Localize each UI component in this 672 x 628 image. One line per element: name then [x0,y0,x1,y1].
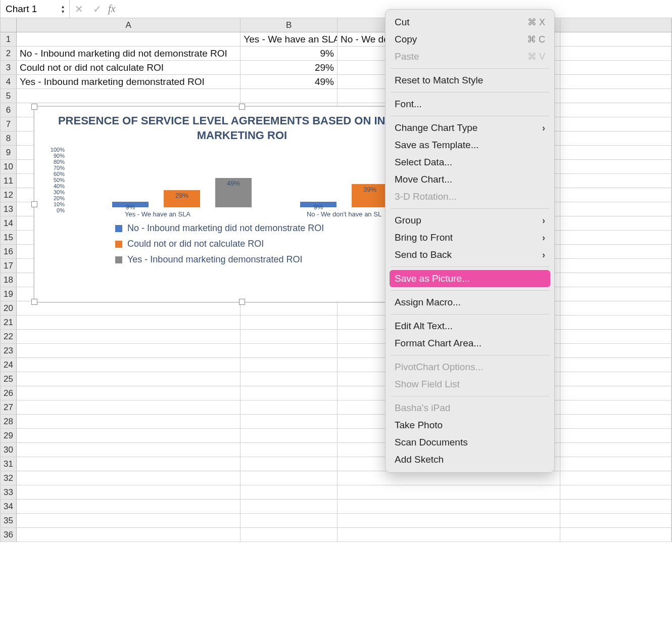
cell-D29[interactable] [560,429,671,442]
cell-D31[interactable] [560,457,671,471]
row-header[interactable]: 22 [1,330,17,343]
cell-C32[interactable] [338,471,560,485]
row-header[interactable]: 15 [1,231,17,244]
cell-D35[interactable] [560,514,671,527]
cell-D24[interactable] [560,358,671,372]
row-header[interactable]: 34 [1,500,17,513]
cell-B21[interactable] [241,316,338,329]
cell-A4[interactable]: Yes - Inbound marketing demonstrated ROI [17,75,241,88]
cell-C36[interactable] [338,528,560,542]
col-header-D[interactable] [560,18,671,32]
cell-A22[interactable] [17,330,241,343]
cell-B25[interactable] [241,372,338,386]
row-header[interactable]: 17 [1,259,17,273]
menu-item-take-photo[interactable]: Take Photo [386,417,554,434]
row-header[interactable]: 19 [1,287,17,301]
menu-item-cut[interactable]: Cut⌘ X [386,14,554,31]
row-header[interactable]: 32 [1,471,17,485]
resize-handle[interactable] [239,299,245,305]
cell-A24[interactable] [17,358,241,372]
menu-item-send-to-back[interactable]: Send to Back› [386,246,554,263]
cell-D34[interactable] [560,500,671,513]
row-header[interactable]: 9 [1,146,17,159]
cell-D25[interactable] [560,372,671,386]
row-header[interactable]: 5 [1,89,17,103]
row-header[interactable]: 12 [1,188,17,202]
chevron-up-icon[interactable]: ▴ [62,4,64,9]
row-header[interactable]: 26 [1,386,17,400]
cell-D27[interactable] [560,400,671,414]
menu-item-save-as-picture[interactable]: Save as Picture... [390,270,550,287]
menu-item-copy[interactable]: Copy⌘ C [386,31,554,48]
cell-B31[interactable] [241,457,338,471]
row-header[interactable]: 1 [1,32,17,46]
menu-item-group[interactable]: Group› [386,212,554,229]
row-header[interactable]: 3 [1,61,17,74]
chevron-down-icon[interactable]: ▾ [62,9,64,14]
row-header[interactable]: 13 [1,202,17,216]
row-header[interactable]: 8 [1,131,17,145]
cell-D28[interactable] [560,415,671,428]
cell-D9[interactable] [560,146,671,159]
cell-D19[interactable] [560,287,671,301]
row-header[interactable]: 2 [1,47,17,60]
cell-B2[interactable]: 9% [241,47,338,60]
resize-handle[interactable] [239,104,245,110]
cell-A23[interactable] [17,344,241,357]
cell-A34[interactable] [17,500,241,513]
row-header[interactable]: 20 [1,301,17,315]
cell-D26[interactable] [560,386,671,400]
cell-D21[interactable] [560,316,671,329]
col-header-B[interactable]: B [241,18,338,32]
row-header[interactable]: 11 [1,174,17,188]
cell-D32[interactable] [560,471,671,485]
cell-B30[interactable] [241,443,338,457]
cell-B1[interactable]: Yes - We have an SLA [241,32,338,46]
menu-item-add-sketch[interactable]: Add Sketch [386,451,554,468]
cell-B28[interactable] [241,415,338,428]
cell-A26[interactable] [17,386,241,400]
menu-item-reset-style[interactable]: Reset to Match Style [386,72,554,89]
cell-D22[interactable] [560,330,671,343]
cell-D23[interactable] [560,344,671,357]
cell-A28[interactable] [17,415,241,428]
cell-D30[interactable] [560,443,671,457]
menu-item-move-chart[interactable]: Move Chart... [386,171,554,188]
cell-D13[interactable] [560,202,671,216]
row-header[interactable]: 7 [1,117,17,131]
cell-A30[interactable] [17,443,241,457]
select-all-corner[interactable] [1,18,17,32]
row-header[interactable]: 35 [1,514,17,527]
cell-A21[interactable] [17,316,241,329]
row-header[interactable]: 14 [1,216,17,230]
row-header[interactable]: 30 [1,443,17,457]
cell-D11[interactable] [560,174,671,188]
row-header[interactable]: 25 [1,372,17,386]
row-header[interactable]: 23 [1,344,17,357]
cell-C35[interactable] [338,514,560,527]
cell-D12[interactable] [560,188,671,202]
cell-D6[interactable] [560,103,671,117]
cell-D20[interactable] [560,301,671,315]
cell-A3[interactable]: Could not or did not calculate ROI [17,61,241,74]
cancel-edit-button[interactable]: ✕ [70,3,88,15]
menu-item-select-data[interactable]: Select Data... [386,154,554,171]
cell-B33[interactable] [241,485,338,499]
menu-item-font[interactable]: Font... [386,96,554,113]
row-header[interactable]: 10 [1,160,17,173]
cell-A32[interactable] [17,471,241,485]
cell-A5[interactable] [17,89,241,103]
resize-handle[interactable] [31,104,37,110]
cell-B4[interactable]: 49% [241,75,338,88]
cell-B26[interactable] [241,386,338,400]
cell-B3[interactable]: 29% [241,61,338,74]
menu-item-save-template[interactable]: Save as Template... [386,137,554,154]
menu-item-assign-macro[interactable]: Assign Macro... [386,294,554,311]
row-header[interactable]: 27 [1,400,17,414]
row-header[interactable]: 21 [1,316,17,329]
row-header[interactable]: 4 [1,75,17,88]
cell-D8[interactable] [560,131,671,145]
cell-B35[interactable] [241,514,338,527]
confirm-edit-button[interactable]: ✓ [88,3,106,15]
menu-item-scan-documents[interactable]: Scan Documents [386,434,554,451]
